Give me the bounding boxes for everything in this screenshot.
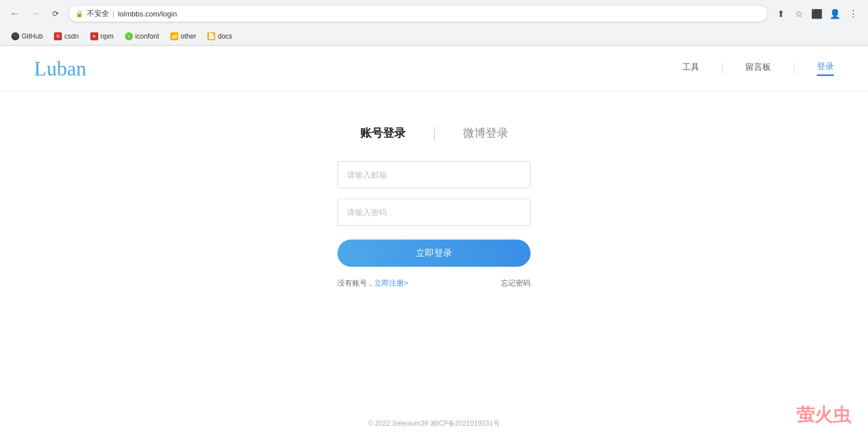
csdn-icon: C: [54, 32, 62, 40]
browser-toolbar: ← → ⟳ 🔒 不安全 | lolmbbs.com/login ⬆ ☆ ⬛ 👤 …: [0, 0, 868, 27]
register-section: 没有账号，立即注册>: [337, 278, 408, 288]
bookmarks-bar: ⚫ GitHub C csdn n npm i iconfont 📁 other…: [0, 27, 868, 45]
npm-icon: n: [90, 32, 98, 40]
tab-weibo[interactable]: 微博登录: [446, 125, 525, 141]
bookmark-other[interactable]: 📁 other: [166, 31, 201, 41]
tab-account[interactable]: 账号登录: [343, 125, 423, 141]
bookmark-npm-label: npm: [101, 32, 114, 40]
share-button[interactable]: ⬆: [773, 6, 788, 22]
logo[interactable]: Luban: [34, 57, 86, 81]
login-button[interactable]: 立即登录: [337, 240, 531, 267]
login-container: 账号登录 微博登录 立即登录 没有账号，立即注册> 忘记密码: [0, 91, 868, 402]
security-label: 不安全: [87, 9, 109, 19]
url-text: lolmbbs.com/login: [118, 10, 177, 18]
bookmark-docs-label: docs: [218, 32, 232, 40]
browser-actions: ⬆ ☆ ⬛ 👤 ⋮: [773, 6, 861, 22]
iconfont-icon: i: [125, 32, 133, 40]
menu-button[interactable]: ⋮: [845, 6, 861, 22]
bookmark-docs[interactable]: 📄 docs: [203, 31, 236, 41]
bookmark-iconfont[interactable]: i iconfont: [120, 31, 164, 41]
bookmark-button[interactable]: ☆: [791, 6, 807, 22]
register-link[interactable]: 立即注册>: [374, 279, 408, 287]
login-form: 立即登录 没有账号，立即注册> 忘记密码: [337, 161, 531, 288]
nav-divider-1: [722, 63, 723, 74]
tab-toggle-button[interactable]: ⬛: [809, 6, 825, 22]
page-footer: © 2022 Selenium39 湘ICP备20210193​31号: [0, 402, 868, 445]
bookmark-iconfont-label: iconfont: [135, 32, 159, 40]
forward-button[interactable]: →: [27, 6, 43, 22]
nav-login[interactable]: 登录: [817, 61, 834, 76]
bookmark-other-label: other: [181, 32, 196, 40]
form-footer: 没有账号，立即注册> 忘记密码: [337, 278, 531, 288]
reload-button[interactable]: ⟳: [48, 6, 64, 22]
security-icon: 🔒: [76, 10, 84, 18]
login-tabs: 账号登录 微博登录: [343, 125, 525, 141]
address-bar[interactable]: 🔒 不安全 | lolmbbs.com/login: [68, 5, 768, 22]
tab-divider: [434, 127, 435, 140]
forgot-password-link[interactable]: 忘记密码: [501, 278, 531, 288]
top-nav: Luban 工具 留言板 登录: [0, 46, 868, 91]
browser-chrome: ← → ⟳ 🔒 不安全 | lolmbbs.com/login ⬆ ☆ ⬛ 👤 …: [0, 0, 868, 46]
other-icon: 📁: [170, 32, 178, 40]
docs-icon: 📄: [207, 32, 215, 40]
profile-button[interactable]: 👤: [827, 6, 843, 22]
page: Luban 工具 留言板 登录 账号登录 微博登录 立即登录 没有账号，立即注册: [0, 46, 868, 445]
nav-tools[interactable]: 工具: [682, 62, 699, 75]
no-account-text: 没有账号，: [337, 279, 374, 287]
nav-links: 工具 留言板 登录: [682, 61, 834, 76]
footer-text: © 2022 Selenium39 湘ICP备20210193​31号: [368, 419, 500, 427]
bookmark-github[interactable]: ⚫ GitHub: [7, 31, 47, 41]
bookmark-github-label: GitHub: [22, 32, 43, 40]
nav-divider-2: [794, 63, 794, 74]
url-separator: |: [112, 10, 114, 18]
bookmark-csdn-label: csdn: [64, 32, 78, 40]
email-input[interactable]: [337, 161, 531, 188]
back-button[interactable]: ←: [7, 6, 23, 22]
bookmark-npm[interactable]: n npm: [86, 31, 118, 41]
github-icon: ⚫: [11, 32, 19, 40]
password-input[interactable]: [337, 199, 531, 226]
nav-guestbook[interactable]: 留言板: [745, 62, 771, 75]
bookmark-csdn[interactable]: C csdn: [49, 31, 83, 41]
